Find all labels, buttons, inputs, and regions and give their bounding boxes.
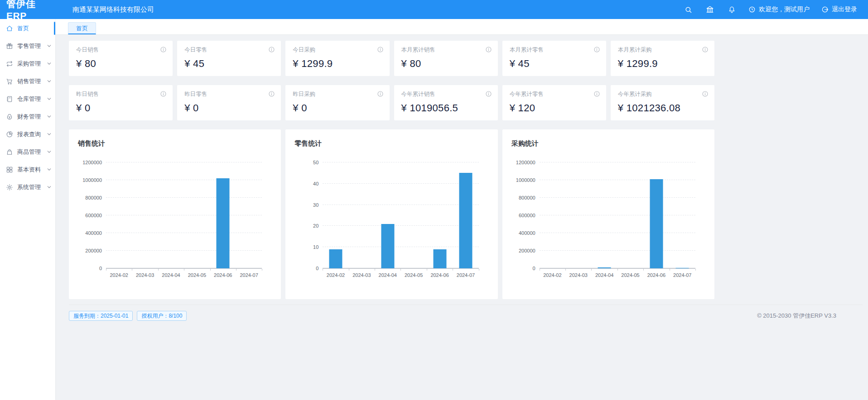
info-icon[interactable] xyxy=(593,46,600,53)
stat-card-value: ¥ 45 xyxy=(184,58,274,70)
chevron-down-icon xyxy=(47,79,52,84)
info-icon[interactable] xyxy=(268,90,275,97)
bank-icon[interactable] xyxy=(702,2,718,17)
stat-card: 本月累计采购 ¥ 1299.9 xyxy=(611,41,714,76)
info-icon[interactable] xyxy=(377,46,384,53)
info-icon[interactable] xyxy=(268,46,275,53)
wallet-icon xyxy=(6,113,13,120)
y-axis-tick-label: 600000 xyxy=(85,213,102,218)
footer: 服务到期：2025-01-01 授权用户：8/100 © 2015-2030 管… xyxy=(69,305,863,321)
gridline xyxy=(106,233,262,233)
stat-card-value: ¥ 0 xyxy=(184,102,274,114)
stat-card: 今日销售 ¥ 80 xyxy=(69,41,173,76)
info-icon[interactable] xyxy=(485,90,492,97)
sidebar-item-wallet[interactable]: 财务管理 xyxy=(0,108,55,125)
logout-button[interactable]: 退出登录 xyxy=(819,2,860,17)
stat-card-title: 今年累计采购 xyxy=(618,90,707,98)
info-icon[interactable] xyxy=(160,46,167,53)
stat-card: 今年累计采购 ¥ 1021236.08 xyxy=(611,85,714,120)
sidebar-item-pie-chart[interactable]: 报表查询 xyxy=(0,125,55,143)
x-axis-tick xyxy=(349,269,349,271)
x-axis-tick xyxy=(479,269,479,271)
search-icon[interactable] xyxy=(680,2,696,17)
bar-2024-06[interactable] xyxy=(650,179,663,268)
chart-plot: 01020304050 xyxy=(323,162,478,268)
info-icon[interactable] xyxy=(702,46,709,53)
footer-badges: 服务到期：2025-01-01 授权用户：8/100 xyxy=(69,311,187,321)
bar-2024-06[interactable] xyxy=(217,178,230,268)
x-axis-tick xyxy=(375,269,375,271)
bar-2024-07[interactable] xyxy=(459,173,472,268)
main-content: 今日销售 ¥ 80 今日零售 ¥ 45 今日采购 ¥ 1299.9 本月累计销售… xyxy=(55,35,868,400)
chart-panel: 零售统计 01020304050 2024-022024-032024-0420… xyxy=(285,129,497,299)
sidebar-item-label: 零售管理 xyxy=(17,42,41,50)
stat-card: 今年累计零售 ¥ 120 xyxy=(502,85,606,120)
sidebar-item-home[interactable]: 首页 xyxy=(0,19,55,37)
bar-2024-07[interactable] xyxy=(676,268,689,268)
x-axis-tick xyxy=(262,269,262,271)
stat-card-value: ¥ 80 xyxy=(401,58,491,70)
tab-home[interactable]: 首页 xyxy=(68,22,96,34)
stat-card-value: ¥ 1299.9 xyxy=(618,58,707,70)
gridline xyxy=(540,197,695,198)
chart-title: 采购统计 xyxy=(511,139,705,148)
sidebar-item-label: 仓库管理 xyxy=(17,95,41,103)
sidebar-item-cart[interactable]: 销售管理 xyxy=(0,72,55,90)
y-axis-tick-label: 30 xyxy=(313,202,318,208)
gridline xyxy=(540,250,695,251)
sidebar-item-label: 系统管理 xyxy=(17,183,41,191)
stat-card-title: 今年累计销售 xyxy=(401,90,491,98)
tab-bar: 首页 xyxy=(55,19,868,35)
bar-2024-04[interactable] xyxy=(381,224,394,268)
x-axis-tick xyxy=(184,269,184,271)
x-axis-tick xyxy=(132,269,132,271)
gridline xyxy=(323,225,478,226)
repeat-icon xyxy=(6,60,13,67)
x-axis-tick xyxy=(323,269,323,271)
gridline xyxy=(540,233,695,233)
info-icon[interactable] xyxy=(593,90,600,97)
sidebar-item-label: 首页 xyxy=(17,24,29,33)
x-axis-label: 2024-03 xyxy=(352,272,371,278)
x-axis-label: 2024-07 xyxy=(673,272,691,278)
bar-2024-02[interactable] xyxy=(329,249,342,268)
sidebar-item-notebook[interactable]: 仓库管理 xyxy=(0,90,55,108)
x-axis-label: 2024-05 xyxy=(621,272,639,278)
stat-card-value: ¥ 1019056.5 xyxy=(401,102,491,114)
y-axis-tick-label: 1000000 xyxy=(82,177,102,183)
info-icon[interactable] xyxy=(702,90,709,97)
x-axis-tick xyxy=(591,269,592,271)
x-axis-tick xyxy=(427,269,427,271)
x-axis-label: 2024-06 xyxy=(214,272,232,278)
sidebar-item-grid[interactable]: 基本资料 xyxy=(0,161,55,178)
x-axis-label: 2024-07 xyxy=(240,272,258,278)
chart-plot: 020000040000060000080000010000001200000 xyxy=(106,162,262,268)
chart-panel: 销售统计 02000004000006000008000001000000120… xyxy=(69,129,281,299)
stat-card-value: ¥ 0 xyxy=(293,102,382,114)
info-icon[interactable] xyxy=(160,90,167,97)
bar-2024-04[interactable] xyxy=(598,267,611,268)
stat-card: 本月累计零售 ¥ 45 xyxy=(502,41,606,76)
licensed-users-badge: 授权用户：8/100 xyxy=(137,311,187,321)
pie-chart-icon xyxy=(6,131,13,138)
stat-card: 昨日采购 ¥ 0 xyxy=(285,85,389,120)
info-icon[interactable] xyxy=(485,46,492,53)
logout-label: 退出登录 xyxy=(832,5,857,14)
x-axis-label: 2024-07 xyxy=(457,272,475,278)
sidebar-item-repeat[interactable]: 采购管理 xyxy=(0,55,55,72)
y-axis-tick-label: 200000 xyxy=(85,248,102,253)
user-welcome[interactable]: 欢迎您，测试用户 xyxy=(746,2,812,17)
sidebar-item-bag[interactable]: 商品管理 xyxy=(0,143,55,161)
stat-card-title: 今日零售 xyxy=(184,46,274,54)
top-navbar: 管伊佳ERP 南通某某网络科技有限公司 欢迎您，测试用户 退出登录 xyxy=(0,0,868,19)
bar-2024-06[interactable] xyxy=(433,249,446,268)
sidebar-item-gear[interactable]: 系统管理 xyxy=(0,178,55,196)
stat-card: 今年累计销售 ¥ 1019056.5 xyxy=(394,85,498,120)
info-icon[interactable] xyxy=(377,90,384,97)
bell-icon[interactable] xyxy=(724,2,739,17)
sidebar-item-gift[interactable]: 零售管理 xyxy=(0,37,55,55)
stat-card: 今日采购 ¥ 1299.9 xyxy=(285,41,389,76)
stat-card: 今日零售 ¥ 45 xyxy=(177,41,281,76)
x-axis-tick xyxy=(565,269,566,271)
gift-icon xyxy=(6,43,13,50)
